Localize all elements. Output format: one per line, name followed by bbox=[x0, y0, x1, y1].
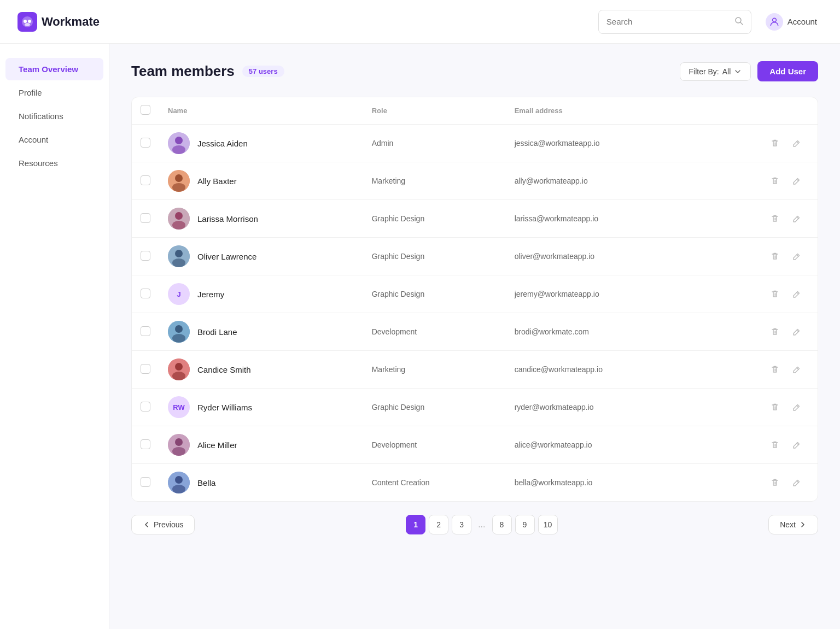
edit-icon[interactable] bbox=[789, 362, 804, 377]
app-logo[interactable]: Workmate bbox=[18, 12, 100, 32]
add-user-button[interactable]: Add User bbox=[757, 61, 818, 81]
page-button-1[interactable]: 1 bbox=[406, 515, 425, 534]
logo-icon bbox=[18, 12, 37, 32]
email-cell: jeremy@workmateapp.io bbox=[506, 275, 706, 313]
row-checkbox-cell bbox=[132, 464, 159, 502]
arrow-left-icon bbox=[143, 521, 150, 528]
email-cell: bella@workmateapp.io bbox=[506, 464, 706, 502]
account-label: Account bbox=[788, 17, 817, 26]
page-button-8[interactable]: 8 bbox=[492, 515, 512, 534]
avatar bbox=[168, 358, 190, 380]
sidebar-item-team-overview[interactable]: Team Overview bbox=[5, 58, 103, 80]
email-cell: oliver@workmateapp.io bbox=[506, 238, 706, 275]
actions-cell bbox=[706, 200, 818, 238]
edit-icon[interactable] bbox=[789, 437, 804, 452]
svg-point-48 bbox=[172, 485, 185, 493]
edit-icon[interactable] bbox=[789, 475, 804, 490]
page-button-2[interactable]: 2 bbox=[429, 515, 448, 534]
sidebar-item-profile[interactable]: Profile bbox=[5, 81, 103, 104]
page-button-9[interactable]: 9 bbox=[515, 515, 535, 534]
delete-icon[interactable] bbox=[767, 324, 783, 339]
search-icon bbox=[734, 16, 743, 27]
select-all-checkbox[interactable] bbox=[141, 105, 150, 115]
sidebar-item-resources[interactable]: Resources bbox=[5, 152, 103, 174]
name-cell: J Jeremy bbox=[159, 275, 363, 313]
page-title-group: Team members 57 users bbox=[131, 63, 284, 80]
row-checkbox-cell bbox=[132, 125, 159, 162]
user-count-badge: 57 users bbox=[242, 66, 284, 77]
page-header: Team members 57 users Filter By: All Add… bbox=[131, 61, 818, 81]
page-button-10[interactable]: 10 bbox=[538, 515, 558, 534]
edit-icon[interactable] bbox=[789, 324, 804, 339]
user-name: Alice Miller bbox=[197, 440, 237, 450]
pagination-pages: 1 2 3 ... 8 9 10 bbox=[406, 515, 557, 534]
next-button[interactable]: Next bbox=[768, 515, 818, 534]
name-cell: RW Ryder Williams bbox=[159, 389, 363, 426]
row-checkbox[interactable] bbox=[141, 213, 150, 223]
search-input[interactable] bbox=[606, 17, 729, 26]
row-checkbox-cell bbox=[132, 275, 159, 313]
table-body: Jessica Aiden Admin jessica@workmateapp.… bbox=[132, 125, 818, 502]
email-cell: jessica@workmateapp.io bbox=[506, 125, 706, 162]
delete-icon[interactable] bbox=[767, 286, 783, 302]
edit-icon[interactable] bbox=[789, 286, 804, 302]
delete-icon[interactable] bbox=[767, 211, 783, 226]
page-button-3[interactable]: 3 bbox=[452, 515, 471, 534]
page-ellipsis: ... bbox=[475, 520, 488, 530]
svg-point-47 bbox=[175, 476, 183, 484]
row-checkbox[interactable] bbox=[141, 364, 150, 374]
delete-icon[interactable] bbox=[767, 362, 783, 377]
row-checkbox-cell bbox=[132, 389, 159, 426]
table-row: Bella Content Creation bella@workmateapp… bbox=[132, 464, 818, 502]
previous-button[interactable]: Previous bbox=[131, 515, 195, 534]
row-checkbox[interactable] bbox=[141, 289, 150, 298]
avatar: J bbox=[168, 283, 190, 305]
edit-icon[interactable] bbox=[789, 399, 804, 415]
filter-button[interactable]: Filter By: All bbox=[680, 62, 751, 81]
edit-icon[interactable] bbox=[789, 173, 804, 189]
role-cell: Graphic Design bbox=[363, 275, 506, 313]
table-header-row: Name Role Email address bbox=[132, 97, 818, 125]
row-checkbox[interactable] bbox=[141, 175, 150, 185]
email-cell: alice@workmateapp.io bbox=[506, 426, 706, 464]
row-checkbox[interactable] bbox=[141, 326, 150, 336]
actions-cell bbox=[706, 125, 818, 162]
edit-icon[interactable] bbox=[789, 249, 804, 264]
user-name: Candice Smith bbox=[197, 365, 251, 374]
email-column-header: Email address bbox=[506, 97, 706, 125]
row-checkbox[interactable] bbox=[141, 402, 150, 412]
row-checkbox[interactable] bbox=[141, 138, 150, 148]
search-bar[interactable] bbox=[598, 10, 751, 34]
row-checkbox[interactable] bbox=[141, 251, 150, 261]
main-content: Team members 57 users Filter By: All Add… bbox=[109, 44, 840, 629]
delete-icon[interactable] bbox=[767, 249, 783, 264]
actions-cell bbox=[706, 238, 818, 275]
delete-icon[interactable] bbox=[767, 399, 783, 415]
filter-label: Filter By: bbox=[689, 67, 719, 76]
row-checkbox-cell bbox=[132, 351, 159, 389]
row-checkbox[interactable] bbox=[141, 439, 150, 449]
delete-icon[interactable] bbox=[767, 437, 783, 452]
delete-icon[interactable] bbox=[767, 136, 783, 151]
user-name: Ally Baxter bbox=[197, 177, 237, 186]
app-name: Workmate bbox=[42, 15, 100, 29]
actions-cell bbox=[706, 426, 818, 464]
name-cell: Alice Miller bbox=[159, 426, 363, 464]
svg-point-36 bbox=[172, 372, 185, 380]
name-column-header: Name bbox=[159, 97, 363, 125]
avatar bbox=[168, 208, 190, 230]
sidebar-item-account[interactable]: Account bbox=[5, 128, 103, 151]
email-cell: ally@workmateapp.io bbox=[506, 162, 706, 200]
delete-icon[interactable] bbox=[767, 475, 783, 490]
header-right: Account bbox=[598, 10, 822, 34]
row-checkbox[interactable] bbox=[141, 477, 150, 487]
edit-icon[interactable] bbox=[789, 136, 804, 151]
page-actions: Filter By: All Add User bbox=[680, 61, 818, 81]
delete-icon[interactable] bbox=[767, 173, 783, 189]
filter-value: All bbox=[722, 67, 731, 76]
svg-point-13 bbox=[175, 174, 183, 182]
edit-icon[interactable] bbox=[789, 211, 804, 226]
role-cell: Graphic Design bbox=[363, 389, 506, 426]
sidebar-item-notifications[interactable]: Notifications bbox=[5, 105, 103, 127]
account-button[interactable]: Account bbox=[760, 10, 822, 34]
